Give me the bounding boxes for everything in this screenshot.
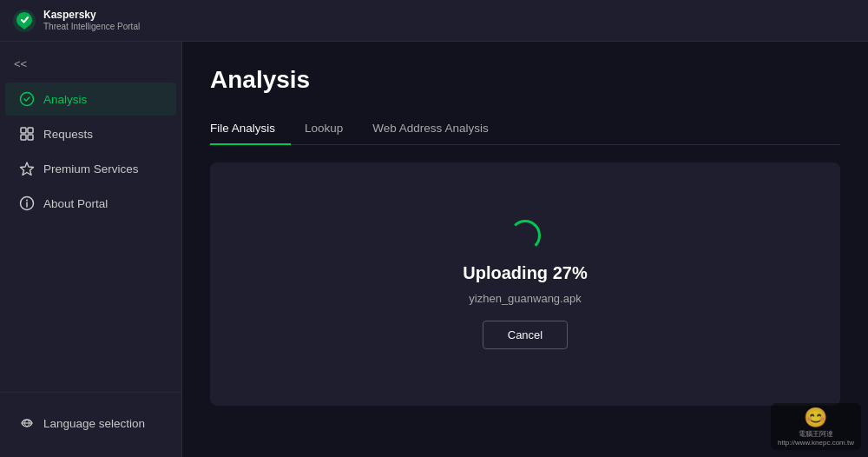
sidebar-item-about-label: About Portal	[43, 197, 108, 210]
upload-content: Uploading 27% yizhen_guanwang.apk Cancel	[463, 220, 587, 349]
watermark: 😊 電腦王阿達 http://www.knepc.com.tw	[771, 403, 861, 450]
header: Kaspersky Threat Intelligence Portal	[0, 0, 868, 42]
sidebar-item-premium[interactable]: Premium Services	[5, 152, 176, 185]
sidebar-bottom: Language selection	[0, 400, 181, 447]
about-icon	[19, 195, 35, 211]
kaspersky-logo-icon	[12, 9, 36, 33]
logo: Kaspersky Threat Intelligence Portal	[12, 9, 140, 33]
sidebar-collapse-button[interactable]: <<	[0, 52, 181, 83]
svg-point-8	[26, 200, 28, 202]
svg-rect-3	[28, 128, 33, 133]
brand-subtitle: Threat Intelligence Portal	[43, 22, 140, 32]
requests-icon	[19, 126, 35, 142]
tab-web-address-analysis[interactable]: Web Address Analysis	[372, 115, 503, 145]
header-titles: Kaspersky Threat Intelligence Portal	[43, 9, 140, 31]
upload-status: Uploading 27%	[463, 263, 587, 283]
sidebar-item-language-label: Language selection	[43, 417, 145, 430]
sidebar-item-premium-label: Premium Services	[43, 162, 139, 176]
tabs: File Analysis Lookup Web Address Analysi…	[210, 115, 840, 145]
upload-spinner	[510, 220, 541, 251]
body: << Analysis	[0, 42, 868, 457]
svg-rect-4	[21, 135, 26, 140]
sidebar: << Analysis	[0, 42, 182, 457]
svg-rect-5	[28, 135, 33, 140]
svg-rect-2	[21, 128, 26, 133]
page-title: Analysis	[210, 66, 840, 94]
language-icon	[19, 415, 35, 431]
sidebar-item-language[interactable]: Language selection	[5, 407, 176, 440]
sidebar-nav: Analysis Requests	[0, 83, 181, 385]
analysis-icon	[19, 91, 35, 107]
tab-lookup[interactable]: Lookup	[305, 115, 358, 145]
upload-area: Uploading 27% yizhen_guanwang.apk Cancel	[210, 162, 840, 406]
sidebar-item-about[interactable]: About Portal	[5, 187, 176, 220]
sidebar-item-requests-label: Requests	[43, 128, 93, 141]
cancel-button[interactable]: Cancel	[483, 321, 568, 349]
premium-icon	[19, 161, 35, 176]
tab-file-analysis[interactable]: File Analysis	[210, 115, 291, 145]
sidebar-item-analysis[interactable]: Analysis	[5, 83, 176, 116]
sidebar-item-analysis-label: Analysis	[43, 93, 87, 106]
upload-filename: yizhen_guanwang.apk	[469, 292, 581, 305]
main-content: Analysis File Analysis Lookup Web Addres…	[182, 42, 868, 457]
sidebar-item-requests[interactable]: Requests	[5, 117, 176, 150]
brand-name: Kaspersky	[43, 9, 140, 21]
sidebar-divider	[0, 392, 181, 393]
